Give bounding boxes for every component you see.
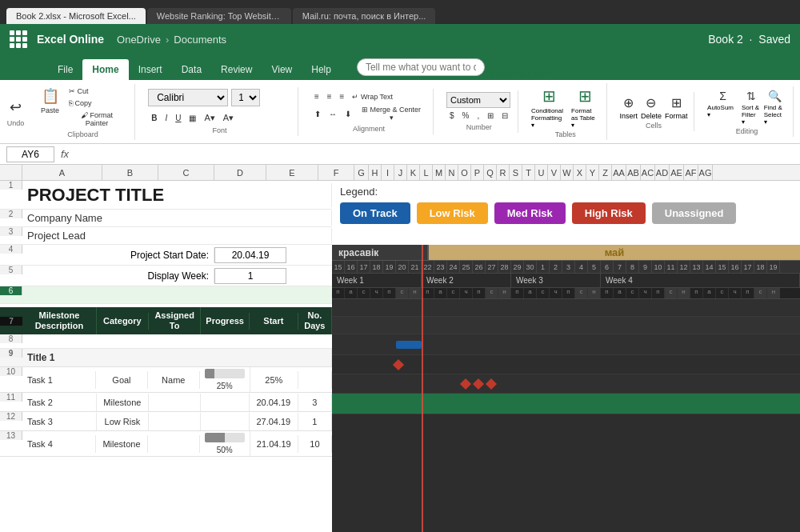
gantt-day-4: 4 — [575, 261, 588, 273]
sort-filter-button[interactable]: ⇅ — [743, 88, 759, 104]
waffle-icon[interactable] — [10, 30, 27, 48]
wrap-text-button[interactable]: ↵ Wrap Text — [349, 90, 396, 102]
nav-documents[interactable]: Documents — [174, 34, 226, 46]
find-select-button[interactable]: 🔍 — [765, 88, 785, 104]
row-num-11: 11 — [0, 393, 22, 402]
col-k: K — [407, 165, 420, 180]
delete-button[interactable]: ⊖ — [642, 94, 659, 112]
row-num-9: 9 — [0, 349, 22, 358]
section-title-cell: Title 1 — [22, 349, 332, 366]
dl-a3: а — [524, 288, 537, 298]
increase-decimal-button[interactable]: ⊟ — [498, 110, 511, 122]
format-painter-button[interactable]: 🖌 Format Painter — [66, 110, 128, 129]
font-size-selector[interactable]: 10 — [231, 89, 260, 106]
formula-input[interactable] — [75, 149, 794, 160]
number-group: Custom $ % , ⊞ ⊟ Number — [440, 90, 518, 133]
title-bar: Excel Online OneDrive › Documents Book 2… — [0, 24, 800, 54]
gantt-row-11 — [332, 355, 800, 374]
clipboard-label: Clipboard — [67, 130, 98, 138]
conditional-format-button[interactable]: ⊞ — [539, 85, 559, 107]
copy-button[interactable]: ⎘ Copy — [66, 98, 128, 109]
tab-help[interactable]: Help — [302, 59, 341, 80]
dl-n1: н — [409, 288, 422, 298]
dl-a2: а — [434, 288, 447, 298]
cut-button[interactable]: ✂ Cut — [66, 86, 128, 97]
dl-s6: с — [575, 288, 588, 298]
gantt-day-18: 18 — [370, 261, 383, 273]
col-r: R — [497, 165, 510, 180]
th-assigned: Assigned To — [149, 307, 201, 334]
gantt-row-8 — [332, 299, 800, 317]
comma-button[interactable]: , — [474, 110, 483, 122]
tables-label: Tables — [555, 130, 576, 138]
gantt-day-5: 5 — [588, 261, 601, 273]
badge-high-risk: High Risk — [572, 202, 646, 224]
td-task4-assigned — [148, 435, 200, 453]
progress-bar-task1 — [205, 369, 245, 378]
progress-fill-task1 — [205, 369, 215, 378]
col-n: N — [446, 165, 458, 180]
tab-view[interactable]: View — [262, 59, 302, 80]
col-b: B — [102, 165, 158, 180]
format-table-button[interactable]: ⊞ — [575, 85, 595, 107]
td-task2-name: Task 2 — [22, 394, 97, 411]
td-task2-assigned — [149, 394, 201, 411]
gantt-day-row: 15 16 17 18 19 20 21 22 23 24 25 26 27 2… — [332, 261, 800, 274]
align-top-button[interactable]: ⬆ — [311, 104, 324, 123]
align-center-button[interactable]: ≡ — [324, 90, 335, 102]
cell-reference[interactable] — [6, 146, 54, 162]
border-button[interactable]: ▦ — [186, 111, 199, 125]
display-week-value: 1 — [248, 270, 254, 282]
font-color-button[interactable]: A▾ — [220, 111, 237, 125]
decrease-decimal-button[interactable]: ⊞ — [484, 110, 497, 122]
align-right-button[interactable]: ≡ — [337, 90, 348, 102]
tell-me-input[interactable] — [357, 58, 485, 76]
dl-s8: с — [665, 288, 678, 298]
delete-label: Delete — [641, 112, 662, 120]
dl-s5: с — [537, 288, 550, 298]
paste-button[interactable]: 📋Paste — [38, 86, 62, 129]
tab-data[interactable]: Data — [172, 59, 211, 80]
merge-center-button[interactable]: ⊞ Merge & Center ▾ — [356, 104, 426, 123]
tab-excel[interactable]: Book 2.xlsx - Microsoft Excel... — [6, 8, 146, 24]
company-name: Company Name — [27, 212, 102, 224]
currency-button[interactable]: $ — [446, 110, 458, 122]
insert-button[interactable]: ⊕ — [620, 94, 637, 112]
dl-p4: п — [473, 288, 486, 298]
italic-button[interactable]: I — [162, 111, 170, 125]
fill-color-button[interactable]: A▾ — [201, 111, 218, 125]
align-middle-button[interactable]: ↔ — [326, 104, 340, 123]
font-selector[interactable]: Calibri — [148, 89, 228, 106]
tab-mail[interactable]: Mail.ru: почта, поиск в Интер... — [293, 8, 436, 24]
td-task4-days: 10 — [298, 435, 332, 453]
number-label: Number — [466, 123, 492, 131]
gantt-day-25: 25 — [460, 261, 473, 273]
percent-button[interactable]: % — [459, 110, 473, 122]
align-bottom-button[interactable]: ⬇ — [342, 104, 354, 123]
tab-website[interactable]: Website Ranking: Top Website... — [147, 8, 291, 24]
tab-home[interactable]: Home — [82, 59, 128, 80]
autosum-button[interactable]: Σ — [716, 88, 730, 104]
gantt-day-19b: 19 — [767, 261, 780, 273]
nav-onedrive[interactable]: OneDrive — [117, 34, 161, 46]
row-3: 3 Project Lead — [0, 227, 332, 245]
display-week-value-cell[interactable]: 1 — [214, 268, 286, 284]
bold-button[interactable]: B — [148, 111, 160, 125]
undo-label: Undo — [7, 119, 25, 127]
format-button[interactable]: ⊞ — [668, 94, 685, 112]
open-excel-button[interactable]: Open in Excel — [491, 69, 551, 80]
tab-insert[interactable]: Insert — [129, 59, 172, 80]
tab-file[interactable]: File — [48, 59, 82, 80]
tab-review[interactable]: Review — [211, 59, 262, 80]
col-g: G — [354, 165, 369, 180]
undo-button[interactable]: ↩ — [6, 97, 25, 118]
align-left-button[interactable]: ≡ — [311, 90, 322, 102]
font-label: Font — [213, 126, 227, 134]
number-format-selector[interactable]: Custom — [446, 92, 510, 108]
dl-s10: с — [754, 288, 767, 298]
gantt-day-7: 7 — [614, 261, 626, 273]
col-af: AF — [684, 165, 698, 180]
underline-button[interactable]: U — [172, 111, 184, 125]
start-date-value-cell[interactable]: 20.04.19 — [214, 247, 286, 263]
dl-c1: ч — [370, 288, 383, 298]
